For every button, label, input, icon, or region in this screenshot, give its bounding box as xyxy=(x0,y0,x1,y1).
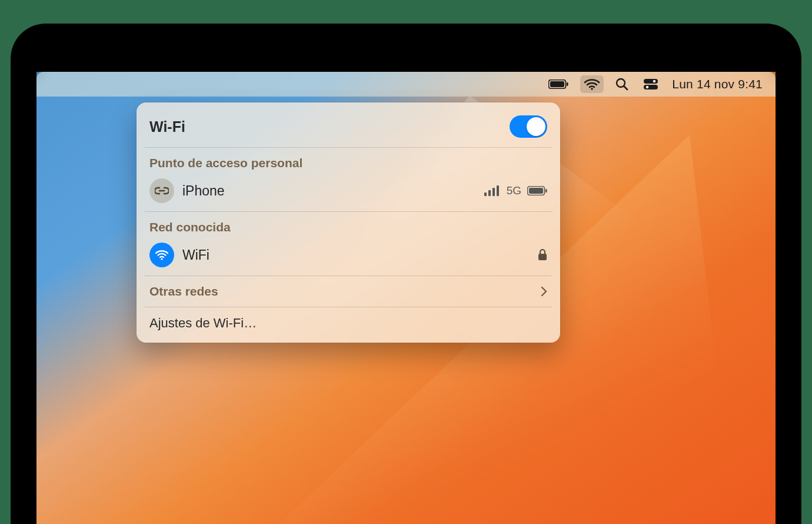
known-network-section-label: Red conocida xyxy=(137,212,560,239)
chevron-right-icon xyxy=(541,286,547,297)
personal-hotspot-section-label: Punto de acceso personal xyxy=(137,148,560,175)
svg-point-9 xyxy=(646,86,649,89)
wifi-toggle-knob xyxy=(527,117,545,136)
known-network-name: WiFi xyxy=(182,247,530,263)
wifi-connected-icon xyxy=(149,243,174,267)
svg-line-5 xyxy=(624,87,628,90)
svg-rect-12 xyxy=(488,190,491,196)
svg-rect-19 xyxy=(538,254,547,260)
svg-point-3 xyxy=(591,88,594,90)
svg-rect-2 xyxy=(567,82,568,86)
control-center-icon xyxy=(644,79,658,89)
search-icon xyxy=(615,78,628,91)
control-center-menu-item[interactable] xyxy=(640,75,661,93)
other-networks-label: Otras redes xyxy=(149,284,218,299)
wifi-panel-header: Wi-Fi xyxy=(137,111,560,147)
svg-rect-14 xyxy=(497,185,499,196)
svg-rect-16 xyxy=(529,188,543,194)
svg-rect-6 xyxy=(644,79,658,84)
wifi-dropdown-panel: Wi-Fi Punto de acceso personal xyxy=(137,102,560,343)
menu-bar: Lun 14 nov 9:41 xyxy=(36,72,776,97)
wifi-icon xyxy=(155,250,169,260)
known-network-row-wifi[interactable]: WiFi xyxy=(137,239,560,276)
battery-menu-item[interactable] xyxy=(545,75,572,93)
wifi-settings-row[interactable]: Ajustes de Wi-Fi… xyxy=(137,307,560,337)
wifi-panel-title: Wi-Fi xyxy=(149,118,185,135)
svg-point-18 xyxy=(161,258,162,260)
wifi-menu-item[interactable] xyxy=(580,75,604,93)
svg-rect-8 xyxy=(644,85,658,89)
link-icon xyxy=(155,187,169,195)
hotspot-name: iPhone xyxy=(182,183,476,199)
battery-icon xyxy=(548,79,568,89)
battery-icon xyxy=(527,186,547,195)
wifi-icon xyxy=(584,78,600,90)
hotspot-row-iphone[interactable]: iPhone 5G xyxy=(137,175,560,211)
laptop-frame: Lun 14 nov 9:41 Wi-Fi Punto de acceso pe… xyxy=(11,24,801,524)
svg-point-7 xyxy=(653,80,656,83)
menu-bar-clock[interactable]: Lun 14 nov 9:41 xyxy=(670,75,765,93)
svg-rect-1 xyxy=(550,81,564,87)
svg-rect-17 xyxy=(545,189,547,193)
hotspot-status: 5G xyxy=(484,184,547,197)
cellular-signal-icon xyxy=(484,185,501,196)
wifi-toggle[interactable] xyxy=(510,115,547,138)
lock-icon xyxy=(538,249,547,261)
svg-rect-13 xyxy=(492,188,495,196)
network-type-label: 5G xyxy=(507,184,521,197)
screen: Lun 14 nov 9:41 Wi-Fi Punto de acceso pe… xyxy=(36,72,776,524)
known-network-status xyxy=(538,249,547,261)
svg-rect-11 xyxy=(484,193,487,196)
other-networks-row[interactable]: Otras redes xyxy=(137,276,560,307)
spotlight-menu-item[interactable] xyxy=(612,75,632,93)
wifi-settings-label: Ajustes de Wi-Fi… xyxy=(149,316,257,330)
hotspot-icon xyxy=(149,178,174,203)
laptop-bezel: Lun 14 nov 9:41 Wi-Fi Punto de acceso pe… xyxy=(24,37,788,524)
